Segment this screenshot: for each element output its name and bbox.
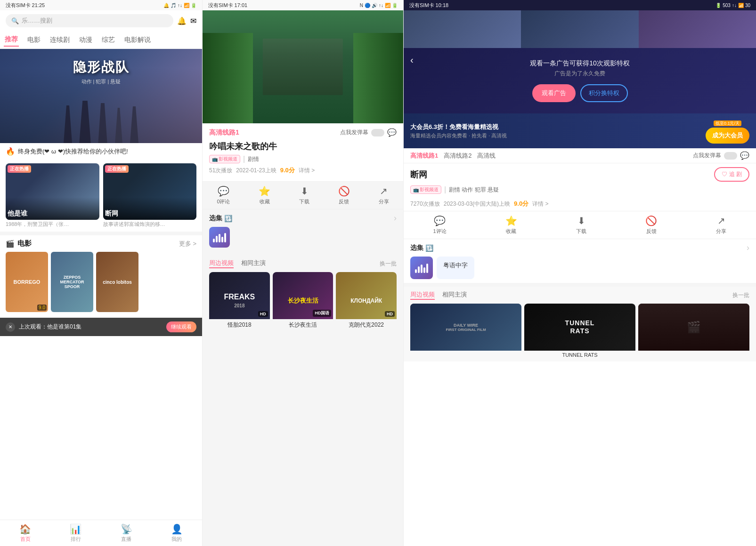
channel-badge[interactable]: 📺 影视频道 <box>209 155 240 163</box>
p3-genre-tag: 剧情 动作 犯罪 悬疑 <box>449 186 499 194</box>
movie-rating-0: 9.0 <box>37 305 47 311</box>
hero-banner[interactable]: 隐形战队 动作 | 犯罪 | 悬疑 <box>0 49 202 143</box>
category-tabs: 推荐 电影 连续剧 动漫 综艺 电影解说 <box>0 31 202 49</box>
top-nav-1: 🔍 乐……搜剧 🔔 ✉ <box>0 10 202 31</box>
p3-action-comment[interactable]: 💬 1评论 <box>433 215 447 235</box>
p3-nearby-card-0[interactable]: DAILY WIRE FIRST ORIGINAL FILM <box>410 304 521 358</box>
nearby-tab-2[interactable]: 相同主演 <box>241 259 266 268</box>
resume-close-icon[interactable]: ✕ <box>6 322 15 332</box>
episode-nav-right[interactable]: › <box>394 213 397 223</box>
nearby-card-2[interactable]: КЛОНДАЙК HD 克朗代克2022 <box>336 272 397 329</box>
status-icons-1: 🔔 🎵 ↑↓ 📶 🔋 <box>163 3 196 8</box>
promo-text: 终身免费(❤ ω ❤)快推荐给你的小伙伴吧! <box>18 147 128 156</box>
p3-action-share[interactable]: ↗ 分享 <box>716 215 726 235</box>
bottom-nav-rank[interactable]: 📊 排行 <box>70 523 81 536</box>
p3-star-icon: ⭐ <box>505 215 517 226</box>
p3-quality-btn-1[interactable]: 高清线路1 <box>410 152 438 160</box>
share-icon: ↗ <box>380 185 388 197</box>
p3-action-favorite[interactable]: ⭐ 收藏 <box>505 215 517 235</box>
bottom-nav-home[interactable]: 🏠 首页 <box>19 523 31 536</box>
search-icon: 🔍 <box>11 17 19 24</box>
p3-ep-nav-right[interactable]: › <box>747 243 749 253</box>
bar-2 <box>216 236 218 242</box>
tab-series[interactable]: 连续剧 <box>49 34 71 46</box>
p3-action-download[interactable]: ⬇ 下载 <box>576 215 586 235</box>
p3-nearby-thumb-1: TUNNELRATS <box>524 304 635 351</box>
movie-thumb-0[interactable]: BORREGO 9.0 <box>6 252 48 312</box>
back-button[interactable]: ‹ <box>410 55 414 65</box>
ad-subtitle: 广告是为了永久免费 <box>410 70 749 78</box>
p3-tag-row: 📺 影视频道 | 剧情 动作 犯罪 悬疑 <box>404 184 756 196</box>
p3-ep-card-label[interactable]: 粤语中字 <box>437 257 474 279</box>
tab-recommend[interactable]: 推荐 <box>4 33 19 47</box>
sort-icon[interactable]: 🔃 <box>224 215 232 222</box>
status-bar-1: 没有SIM卡 21:25 🔔 🎵 ↑↓ 📶 🔋 <box>0 0 202 10</box>
episode-header: 选集 🔃 › <box>209 213 397 223</box>
badge-1: 正在热播 <box>105 165 129 173</box>
video-player[interactable] <box>203 10 403 123</box>
action-feedback[interactable]: 🚫 反馈 <box>338 185 350 205</box>
follow-button[interactable]: ♡ 追 剧 <box>714 167 749 182</box>
tab-variety[interactable]: 综艺 <box>101 34 116 46</box>
featured-item-0[interactable]: 正在热播 他是谁 1988年，刑警卫国平（张… <box>6 163 99 228</box>
tab-anime[interactable]: 动漫 <box>78 34 93 46</box>
p3-danmaku-toggle[interactable] <box>724 152 737 160</box>
featured-title-0: 他是谁 <box>8 209 27 218</box>
search-placeholder: 乐……搜剧 <box>22 16 52 25</box>
nearby-tab-1[interactable]: 周边视频 <box>209 259 234 268</box>
movie-thumb-1[interactable]: ZEPPOS MERCATOR SPOOR <box>51 252 93 312</box>
p3-video-title: 断网 <box>410 169 427 180</box>
vip-button[interactable]: 成为大会员 <box>706 128 749 144</box>
movie-thumb-2[interactable]: cinco lobitos <box>96 252 138 312</box>
tab-review[interactable]: 电影解说 <box>123 34 152 46</box>
promo-bar: 🔥 终身免费(❤ ω ❤)快推荐给你的小伙伴吧! <box>0 143 202 160</box>
action-favorite[interactable]: ⭐ 收藏 <box>259 185 270 205</box>
watch-ad-button[interactable]: 观看广告 <box>532 84 576 102</box>
danmaku-row[interactable]: 点我发弹幕 💬 <box>340 128 397 137</box>
vip-subtitle: 海量精选会员内容免费看 · 抢先看 · 高清视 <box>410 132 507 139</box>
p3-nearby-card-2[interactable]: 🎬 <box>638 304 749 358</box>
p3-danmaku-label: 点我发弹幕 <box>693 152 721 160</box>
p3-refresh-link[interactable]: 换一批 <box>732 291 749 299</box>
genre-tag: 剧情 <box>248 155 259 163</box>
p3-channel-badge[interactable]: 📺 影视频道 <box>410 185 441 194</box>
action-comment[interactable]: 💬 0评论 <box>217 185 230 205</box>
episode-card[interactable] <box>209 227 230 248</box>
bottom-nav-live[interactable]: 📡 直播 <box>121 523 132 536</box>
resume-button[interactable]: 继续观看 <box>166 321 196 332</box>
p3-quality-btn-3[interactable]: 高清线 <box>477 152 496 160</box>
action-share[interactable]: ↗ 分享 <box>379 185 389 205</box>
nearby-card-1[interactable]: 长沙夜生活 HD国语 长沙夜生活 <box>273 272 333 329</box>
bell-icon[interactable]: 🔔 <box>177 16 187 25</box>
p3-quality-btn-2[interactable]: 高清线路2 <box>444 152 471 160</box>
status-bar-2: 没有SIM卡 17:01 N 🔵 🔊 ↑↓ 📶 🔋 <box>203 0 403 10</box>
featured-item-1[interactable]: 正在热播 断网 故事讲述郭富城饰演的移… <box>103 163 197 228</box>
quality-button[interactable]: 高清线路1 <box>209 128 239 137</box>
refresh-link[interactable]: 换一批 <box>380 260 397 268</box>
featured-card-0[interactable]: 正在热播 他是谁 <box>6 163 99 220</box>
p3-nearby-card-1[interactable]: TUNNELRATS TUNNEL RATS <box>524 304 635 358</box>
p3-nearby-tab-1[interactable]: 周边视频 <box>410 290 435 300</box>
p3-download-icon: ⬇ <box>577 215 585 226</box>
p3-action-feedback[interactable]: 🚫 反馈 <box>645 215 657 235</box>
points-button[interactable]: 积分换特权 <box>580 84 628 102</box>
p3-detail-link[interactable]: 详情 > <box>532 200 548 208</box>
action-download[interactable]: ⬇ 下载 <box>299 185 309 205</box>
message-icon[interactable]: ✉ <box>190 16 196 25</box>
p3-nearby-tab-2[interactable]: 相同主演 <box>442 290 467 300</box>
danmaku-toggle[interactable] <box>371 129 384 136</box>
p3-ep-header: 选集 🔃 › <box>410 243 749 253</box>
p3-feedback-icon: 🚫 <box>645 215 657 226</box>
ep-bars <box>213 232 226 242</box>
featured-card-1[interactable]: 正在热播 断网 <box>103 163 197 220</box>
quality-row: 高清线路1 点我发弹幕 💬 <box>209 128 397 137</box>
nearby-card-0[interactable]: FREAKS 2018 HD 怪胎2018 <box>209 272 270 329</box>
p3-sort-icon[interactable]: 🔃 <box>425 244 433 252</box>
bottom-nav-profile[interactable]: 👤 我的 <box>171 523 183 536</box>
search-bar-1[interactable]: 🔍 乐……搜剧 <box>6 14 173 27</box>
nearby-thumb-2: КЛОНДАЙК HD <box>336 272 397 319</box>
detail-link[interactable]: 详情 > <box>299 167 315 175</box>
tab-movie[interactable]: 电影 <box>26 34 41 46</box>
p3-ep-card-active[interactable] <box>410 257 433 279</box>
movie-more-link[interactable]: 更多 > <box>179 240 196 248</box>
